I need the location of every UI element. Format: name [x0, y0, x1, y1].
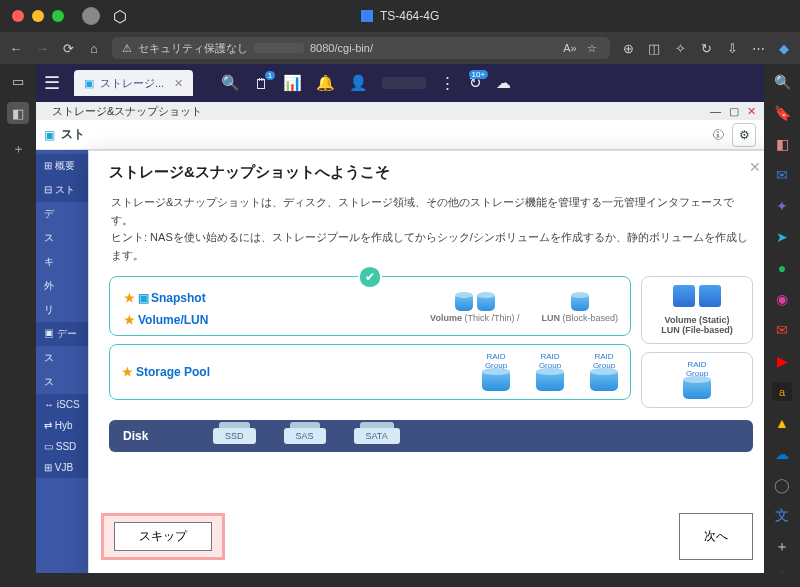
- redacted-user: [382, 77, 426, 89]
- extensions-icon[interactable]: ⊕: [620, 41, 636, 56]
- spotify-icon[interactable]: ●: [772, 258, 792, 277]
- instagram-icon[interactable]: ◉: [772, 289, 792, 308]
- storage-icon: ▣: [84, 77, 94, 90]
- shopping-icon[interactable]: 🔖: [772, 103, 792, 122]
- star-icon[interactable]: ✦: [772, 196, 792, 215]
- next-button[interactable]: 次へ: [679, 513, 753, 560]
- storage-pool-label: ★Storage Pool: [122, 365, 210, 379]
- qts-more-icon[interactable]: ⋮: [440, 74, 455, 92]
- window-title-text: TS-464-4G: [380, 9, 439, 23]
- profile-avatar[interactable]: [82, 7, 100, 25]
- card-snapshot-volume: ✔ ★▣Snapshot ★Volume/LUN Volume (Thick /…: [109, 276, 631, 336]
- security-label: セキュリティ保護なし: [138, 41, 248, 56]
- url-suffix: 8080/cgi-bin/: [310, 42, 373, 54]
- qts-page: ☰ ▣ ストレージ... ✕ 🔍 🗒1 📊 🔔 👤 ⋮ ↻10+ ☁ ストレージ…: [36, 64, 764, 573]
- skip-highlight-box: スキップ: [101, 513, 225, 560]
- app-header-title: スト: [61, 126, 85, 143]
- raid-group-icon: RAIDGroup: [536, 353, 564, 391]
- app-close-icon[interactable]: ✕: [747, 105, 756, 118]
- collections-icon[interactable]: ✧: [672, 41, 688, 56]
- telegram-icon[interactable]: ➤: [772, 227, 792, 246]
- app-settings-button[interactable]: ⚙: [732, 123, 756, 147]
- modal-close-icon[interactable]: ✕: [749, 159, 761, 175]
- not-secure-icon: ⚠: [122, 42, 132, 55]
- qts-user-icon[interactable]: 👤: [349, 74, 368, 92]
- browser-bottom-strip: [0, 573, 800, 587]
- more-icon[interactable]: ⋯: [750, 41, 766, 56]
- storage-icon: ▣: [44, 128, 55, 142]
- qts-tab-label: ストレージ...: [100, 76, 164, 91]
- card-right-raid: RAIDGroup: [641, 352, 753, 408]
- app-breadcrumb: ストレージ&スナップショット: [52, 104, 202, 119]
- browser-left-rail: ▭ ◧ ＋: [0, 64, 36, 587]
- macos-titlebar: ⬡ TS-464-4G: [0, 0, 800, 32]
- split-icon[interactable]: ◫: [646, 41, 662, 56]
- qts-tab-storage[interactable]: ▣ ストレージ... ✕: [74, 70, 193, 96]
- back-button[interactable]: ←: [8, 41, 24, 56]
- volume-illustration: Volume (Thick /Thin) /: [430, 295, 519, 323]
- app-max-icon[interactable]: ▢: [729, 105, 739, 118]
- downloads-icon[interactable]: ⇩: [724, 41, 740, 56]
- amazon-icon[interactable]: a: [772, 382, 792, 401]
- app-menu-icon[interactable]: ⬡: [112, 7, 128, 26]
- qts-refresh-icon[interactable]: ↻10+: [469, 74, 482, 92]
- app-sub-header: ▣ スト 🛈 ⚙: [36, 120, 764, 150]
- raid-group-icon: RAIDGroup: [482, 353, 510, 391]
- app-content: ✕ ストレージ&スナップショットへようこそ ストレージ&スナップショットは、ディ…: [98, 150, 764, 573]
- modal-footer: スキップ 次へ: [89, 509, 764, 573]
- wallet-icon[interactable]: ◧: [772, 134, 792, 153]
- qnap-logo-icon: [361, 10, 373, 22]
- app-workspace: ⊞ 概要 ⊟ スト デ ス キ 外 リ ▣ デー ス ス ↔ iSCS ⇄ Hy…: [36, 150, 764, 573]
- qts-clipboard-icon[interactable]: 🗒1: [254, 75, 269, 92]
- shield-icon: ✔: [358, 265, 382, 289]
- qts-notification-icon[interactable]: 🔔: [316, 74, 335, 92]
- outlook-icon[interactable]: ✉: [772, 165, 792, 184]
- card-static-volume: Volume (Static) LUN (File-based): [641, 276, 753, 344]
- redacted-host: [254, 43, 304, 53]
- chrome-icon[interactable]: ◯: [772, 475, 792, 494]
- refresh-button[interactable]: ⟳: [60, 41, 76, 56]
- gmail-icon[interactable]: ✉: [772, 320, 792, 339]
- volumelun-label: ★Volume/LUN: [124, 313, 208, 327]
- qts-dashboard-icon[interactable]: 📊: [283, 74, 302, 92]
- hamburger-icon[interactable]: ☰: [44, 72, 60, 94]
- favorite-icon[interactable]: ☆: [584, 42, 600, 55]
- current-tab-icon[interactable]: ◧: [7, 102, 29, 124]
- raid-group-icon: RAIDGroup: [590, 353, 618, 391]
- rail-add-icon[interactable]: ＋: [772, 537, 792, 556]
- sync-icon[interactable]: ↻: [698, 41, 714, 56]
- welcome-modal: ✕ ストレージ&スナップショットへようこそ ストレージ&スナップショットは、ディ…: [88, 150, 764, 573]
- youtube-icon[interactable]: ▶: [772, 351, 792, 370]
- browser-right-rail: 🔍 🔖 ◧ ✉ ✦ ➤ ● ◉ ✉ ▶ a ▲ ☁ ◯ 文 ＋ ⚙: [764, 64, 800, 587]
- search-icon[interactable]: 🔍: [772, 72, 792, 91]
- app-help-icon[interactable]: 🛈: [712, 128, 724, 142]
- copilot-icon[interactable]: ◆: [776, 41, 792, 56]
- card-storage-pool: ★Storage Pool RAIDGroup RAIDGroup RAIDGr…: [109, 344, 631, 400]
- app-window-chrome: ストレージ&スナップショット — ▢ ✕: [36, 102, 764, 120]
- new-tab-button[interactable]: ＋: [7, 138, 29, 160]
- snapshot-label: ★▣Snapshot: [124, 291, 208, 305]
- drive-icon[interactable]: ▲: [772, 413, 792, 432]
- disk-chip-sata: SATA: [354, 428, 400, 444]
- qts-cloud-icon[interactable]: ☁: [496, 74, 511, 92]
- maximize-window-button[interactable]: [52, 10, 64, 22]
- app-min-icon[interactable]: —: [710, 105, 721, 117]
- close-tab-icon[interactable]: ✕: [174, 77, 183, 90]
- lun-illustration: LUN (Block-based): [541, 295, 618, 323]
- address-bar[interactable]: ⚠ セキュリティ保護なし 8080/cgi-bin/ A» ☆: [112, 37, 610, 59]
- disk-chip-ssd: SSD: [213, 428, 256, 444]
- qts-search-icon[interactable]: 🔍: [221, 74, 240, 92]
- tab-strip-icon[interactable]: ▭: [7, 70, 29, 92]
- window-controls: [12, 10, 64, 22]
- minimize-window-button[interactable]: [32, 10, 44, 22]
- home-button[interactable]: ⌂: [86, 41, 102, 56]
- close-window-button[interactable]: [12, 10, 24, 22]
- translate-icon[interactable]: 文: [772, 506, 792, 525]
- read-aloud-icon[interactable]: A»: [562, 42, 578, 54]
- forward-button[interactable]: →: [34, 41, 50, 56]
- storage-diagram: ✔ ★▣Snapshot ★Volume/LUN Volume (Thick /…: [109, 276, 753, 408]
- skip-button[interactable]: スキップ: [114, 522, 212, 551]
- onedrive-icon[interactable]: ☁: [772, 444, 792, 463]
- disk-label: Disk: [123, 429, 185, 443]
- qts-top-nav: ☰ ▣ ストレージ... ✕ 🔍 🗒1 📊 🔔 👤 ⋮ ↻10+ ☁: [36, 64, 764, 102]
